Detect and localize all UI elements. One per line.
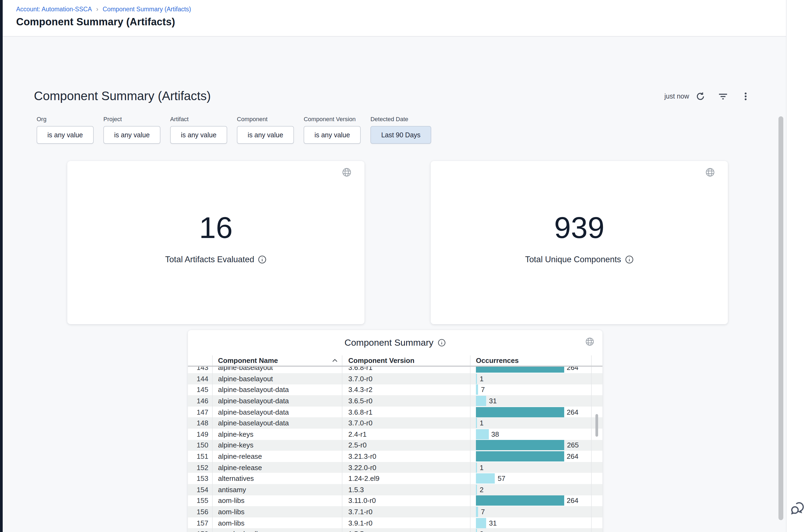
row-number: 143 bbox=[188, 367, 212, 372]
page-header: Account: Automation-SSCA › Component Sum… bbox=[3, 0, 786, 37]
filter-value-button[interactable]: is any value bbox=[237, 126, 294, 144]
cell-component-name: aom-libs bbox=[212, 506, 342, 517]
cell-component-name: alpine-release bbox=[212, 462, 342, 473]
table-body[interactable]: 143 alpine-baselayout 3.6.8-r1 264 144 a… bbox=[188, 367, 602, 532]
row-number: 149 bbox=[188, 430, 212, 438]
table-row: 151 alpine-release 3.21.3-r0 264 bbox=[188, 451, 602, 462]
cell-occurrences: 264 bbox=[470, 367, 592, 373]
filter-icon[interactable] bbox=[718, 92, 728, 101]
cell-component-version: 3.6.5-r0 bbox=[342, 396, 470, 406]
sort-asc-icon bbox=[332, 359, 338, 362]
occurrence-value: 7 bbox=[481, 386, 485, 394]
occurrence-value: 38 bbox=[491, 430, 499, 438]
cell-component-version: 3.7.0-r0 bbox=[342, 418, 470, 429]
table-row: 156 aom-libs 3.7.1-r0 7 bbox=[188, 506, 602, 517]
table-row: 149 alpine-keys 2.4-r1 38 bbox=[188, 429, 602, 440]
cell-occurrences: 57 bbox=[470, 473, 592, 484]
occurrence-bar bbox=[476, 484, 477, 495]
page-scrollbar-thumb[interactable] bbox=[779, 116, 783, 520]
filter-label: Component bbox=[237, 116, 294, 122]
cell-component-version: 3.11.0-r0 bbox=[342, 495, 470, 506]
cell-component-version: 1.5.3 bbox=[342, 484, 470, 495]
occurrence-value: 1 bbox=[480, 375, 483, 383]
occurrence-bar bbox=[476, 518, 486, 528]
cell-occurrences: 264 bbox=[470, 406, 592, 418]
table-row: 145 alpine-baselayout-data 3.4.3-r2 7 bbox=[188, 384, 602, 395]
occurrence-bar bbox=[476, 529, 477, 532]
row-number: 150 bbox=[188, 441, 212, 449]
table-title: Component Summary bbox=[345, 337, 434, 348]
filter-value-button[interactable]: Last 90 Days bbox=[370, 126, 431, 144]
cell-component-name: apacheds-all bbox=[212, 529, 342, 532]
filter-label: Detected Date bbox=[370, 116, 431, 122]
info-icon[interactable] bbox=[625, 255, 633, 264]
filter-group: Org is any value bbox=[37, 116, 94, 144]
filter-value-button[interactable]: is any value bbox=[170, 126, 227, 144]
breadcrumb-page-link[interactable]: Component Summary (Artifacts) bbox=[102, 5, 191, 13]
occurrence-value: 2 bbox=[480, 486, 483, 494]
cell-component-version: 3.7.1-r0 bbox=[342, 506, 470, 517]
dashboard-heading: Component Summary (Artifacts) bbox=[34, 89, 211, 103]
table-row: 148 alpine-baselayout-data 3.7.0-r0 1 bbox=[188, 418, 602, 429]
stat-label: Total Unique Components bbox=[525, 254, 621, 264]
column-header-component-name[interactable]: Component Name bbox=[212, 355, 342, 366]
info-icon[interactable] bbox=[438, 339, 446, 347]
filter-value-button[interactable]: is any value bbox=[37, 126, 94, 144]
occurrence-bar bbox=[476, 496, 564, 506]
filter-group: Artifact is any value bbox=[170, 116, 227, 144]
cell-component-name: antisamy bbox=[212, 484, 342, 495]
cell-component-name: aom-libs bbox=[212, 495, 342, 506]
table-row: 154 antisamy 1.5.3 2 bbox=[188, 484, 602, 495]
stat-card-total-artifacts: 16 Total Artifacts Evaluated bbox=[67, 161, 364, 324]
dashboard-panel: Component Summary (Artifacts) just now bbox=[3, 37, 786, 532]
filter-value-button[interactable]: is any value bbox=[304, 126, 361, 144]
cell-component-name: alpine-baselayout-data bbox=[212, 418, 342, 429]
filter-label: Org bbox=[37, 116, 94, 122]
table-row: 157 aom-libs 3.9.1-r0 31 bbox=[188, 517, 602, 529]
cell-occurrences: 7 bbox=[470, 506, 592, 517]
cell-component-name: alpine-baselayout-data bbox=[212, 406, 342, 418]
cell-component-name: alternatives bbox=[212, 473, 342, 484]
cell-occurrences: 1 bbox=[470, 462, 592, 473]
dashboard-toolbar: just now bbox=[664, 91, 750, 102]
cell-component-version: 3.21.3-r0 bbox=[342, 451, 470, 462]
cell-component-version: 1.24-2.el9 bbox=[342, 473, 470, 484]
column-header-occurrences[interactable]: Occurrences bbox=[470, 355, 592, 366]
info-icon[interactable] bbox=[258, 255, 267, 264]
column-header-row-number bbox=[188, 355, 212, 366]
stat-value: 939 bbox=[554, 212, 604, 243]
row-number: 144 bbox=[188, 375, 212, 383]
breadcrumb-separator: › bbox=[96, 6, 98, 13]
row-number: 156 bbox=[188, 508, 212, 516]
filter-label: Component Version bbox=[304, 116, 361, 122]
occurrence-value: 264 bbox=[566, 497, 578, 505]
table-scrollbar-thumb[interactable] bbox=[595, 414, 598, 437]
filters-row: Org is any value Project is any value Ar… bbox=[37, 116, 431, 144]
occurrence-value: 264 bbox=[566, 367, 578, 372]
last-refreshed-label: just now bbox=[664, 93, 689, 100]
cell-component-name: alpine-release bbox=[212, 451, 342, 462]
row-number: 146 bbox=[188, 397, 212, 405]
table-row: 155 aom-libs 3.11.0-r0 264 bbox=[188, 495, 602, 506]
cell-component-version: 3.4.3-r2 bbox=[342, 384, 470, 395]
filter-group: Component is any value bbox=[237, 116, 294, 144]
component-summary-card: Component Summary Componen bbox=[188, 330, 602, 532]
refresh-icon[interactable] bbox=[695, 92, 705, 101]
cell-component-version: 3.6.8-r1 bbox=[342, 367, 470, 373]
filter-value-button[interactable]: is any value bbox=[103, 126, 160, 144]
occurrence-value: 31 bbox=[489, 519, 497, 527]
chat-bubbles-icon[interactable] bbox=[790, 500, 806, 516]
table-row: 158 apacheds-all 1.5.5 2 bbox=[188, 529, 602, 532]
cell-occurrences: 264 bbox=[470, 451, 592, 462]
column-header-component-version[interactable]: Component Version bbox=[342, 355, 470, 366]
app-viewport: Account: Automation-SSCA › Component Sum… bbox=[0, 0, 807, 532]
table-row: 152 alpine-release 3.22.0-r0 1 bbox=[188, 462, 602, 473]
cell-component-version: 3.9.1-r0 bbox=[342, 517, 470, 529]
row-number: 148 bbox=[188, 419, 212, 427]
occurrence-bar bbox=[476, 385, 478, 395]
occurrence-value: 264 bbox=[566, 408, 578, 416]
kebab-menu-icon[interactable] bbox=[741, 92, 750, 101]
breadcrumb-account-link[interactable]: Account: Automation-SSCA bbox=[16, 5, 92, 13]
cell-component-version: 2.4-r1 bbox=[342, 429, 470, 440]
occurrence-bar bbox=[476, 407, 564, 417]
